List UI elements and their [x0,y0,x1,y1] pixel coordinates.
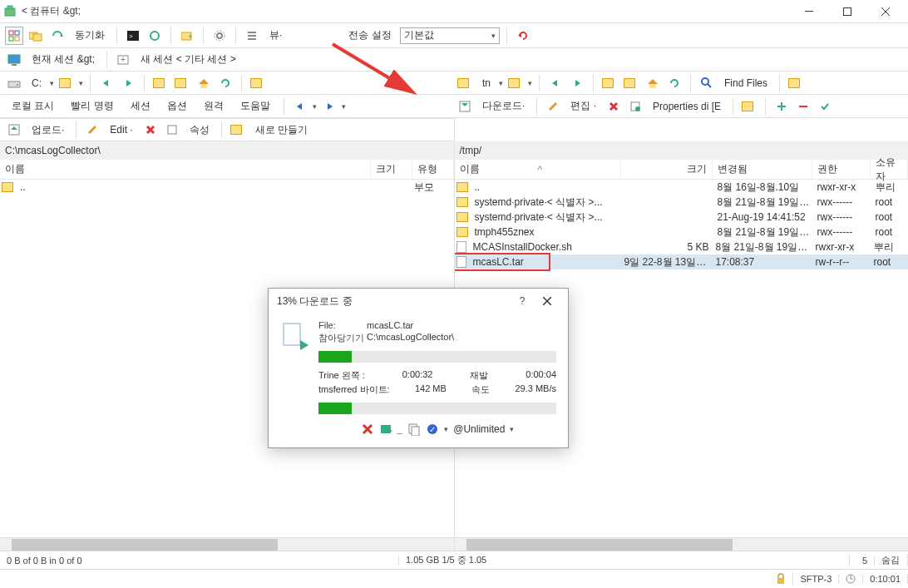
col-size[interactable]: 크기 [621,160,713,179]
find-files-label[interactable]: Find Files [724,77,767,89]
props-remote-label[interactable]: Properties di [E [653,101,721,112]
props-remote-icon[interactable] [626,97,644,116]
col-perm[interactable]: 권한 [812,160,871,179]
delete-local-icon[interactable] [141,121,160,139]
folder-plus-icon[interactable]: + [178,27,196,45]
sync2-icon[interactable] [146,27,164,45]
back-remote-icon[interactable] [546,74,565,92]
newfolder-local-icon[interactable] [229,121,247,139]
minimize-button[interactable] [790,0,828,23]
folder-icon [456,197,468,207]
folders-icon[interactable] [27,27,45,45]
open-folder-icon[interactable] [57,74,76,92]
refresh-remote-icon[interactable] [665,74,683,92]
props-local-icon[interactable] [163,121,181,139]
home-remote-icon[interactable] [644,74,662,92]
newfolder-remote-icon[interactable] [740,97,758,116]
transfer-preset-combo[interactable]: 기본값 [400,27,500,44]
list-item[interactable]: tmph455znex8월 21일-8월 19일 14:53:23rwx----… [455,225,909,240]
new-session-label[interactable]: 새 세션 < 기타 세션 > [141,52,236,67]
dialog-help-button[interactable]: ? [510,289,535,314]
menu-rename[interactable]: 빨리 명령 [64,97,120,115]
list-item[interactable]: systemd·private·< 식별자 >...8월 21일-8월 19일 … [455,195,909,210]
edit-local-label[interactable]: Edit · [110,124,132,136]
folder-new-remote-icon[interactable] [622,74,640,92]
upload-label[interactable]: 업로드· [32,123,64,137]
back-icon[interactable] [97,74,116,92]
col-size[interactable]: 크기 [371,160,412,179]
home-icon[interactable] [195,74,213,92]
menu-local-display[interactable]: 로컬 표시 [5,97,61,115]
close-button[interactable] [866,0,905,23]
folder-new-icon[interactable] [173,74,191,92]
bookmark-remote-icon[interactable] [787,74,805,92]
speed-limit-icon[interactable]: ✓ [426,422,439,436]
props-local-label[interactable]: 속성 [190,123,210,137]
maximize-button[interactable] [828,0,866,23]
remote-path-label[interactable]: tn [482,77,491,89]
current-session-tab[interactable]: 현재 세션 &gt; [32,52,95,67]
terminal-icon[interactable]: > [124,27,142,45]
list-item[interactable]: MCASInstallDocker.sh5 KB8월 21일-8월 19일 14… [455,240,909,254]
find-files-icon[interactable] [698,74,716,92]
monitor-icon[interactable] [5,51,23,69]
menu-options[interactable]: 옵션 [160,97,194,115]
dash-icon[interactable]: _ [397,423,403,435]
edit-local-icon[interactable] [83,121,101,139]
plus-icon[interactable] [772,97,791,116]
col-changed[interactable]: 변경됨 [713,160,812,179]
delete-icon[interactable] [605,97,623,116]
refresh-left-icon[interactable] [216,74,234,92]
list-item[interactable]: .. 부모 [0,180,454,195]
reload-icon[interactable] [514,27,532,45]
new-session-icon[interactable]: + [114,51,132,69]
download-icon[interactable] [456,97,474,116]
folder-up-remote-icon[interactable] [600,74,619,92]
nav-fwd-icon[interactable] [320,97,338,116]
grid-icon[interactable] [5,27,23,45]
item-name: .. [471,181,623,193]
folder-icon [456,212,468,222]
download-label[interactable]: 다운로드· [482,99,525,113]
menu-session[interactable]: 세션 [124,97,157,115]
forward-icon[interactable] [119,74,137,92]
col-owner[interactable]: 소유자 [871,160,909,179]
minus-icon[interactable] [794,97,812,116]
menu-remote[interactable]: 원격 [197,97,230,115]
col-name[interactable]: 이름 [0,160,371,179]
unlimited-label[interactable]: @Unlimited [453,423,505,435]
gear-icon[interactable] [210,27,229,45]
menu-help[interactable]: 도움말 [234,97,277,115]
bookmark-left-icon[interactable] [249,74,267,92]
remote-folder-icon[interactable] [456,74,474,92]
copy-icon[interactable] [407,422,421,436]
minimize-transfer-icon[interactable] [379,422,392,436]
drive-icon[interactable] [5,74,23,92]
remote-scrollbar[interactable] [455,537,909,551]
list-item[interactable]: mcasLC.tar9일 22-8월 13일,4…17:08:37rw-r--r… [455,254,909,269]
col-type[interactable]: 유형 [412,160,454,179]
list-item[interactable]: ..8월 16일-8월.10일rwxr-xr-x뿌리 [455,180,909,195]
view-label[interactable]: 뷰· [269,28,282,42]
col-name[interactable]: 이름^ [455,160,621,179]
open-remote-icon[interactable] [506,74,525,92]
list-item[interactable]: systemd·private·< 식별자 >...21-Aug-19 14:4… [455,210,909,225]
check-icon[interactable] [816,97,834,116]
folder-up-icon[interactable] [151,74,170,92]
newfolder-local-label[interactable]: 새로 만들기 [255,123,308,137]
sync-icon[interactable] [48,27,67,45]
edit-remote-icon[interactable] [544,97,562,116]
local-scrollbar[interactable] [0,537,454,551]
cancel-transfer-icon[interactable] [361,422,374,436]
connection-bar: SFTP-3 0:10:01 [0,569,908,587]
dialog-close-button[interactable] [535,289,560,314]
forward-remote-icon[interactable] [568,74,586,92]
upload-icon[interactable] [5,121,23,139]
nav-back-icon[interactable] [291,97,309,116]
edit-remote-label[interactable]: 편집 · [570,99,596,113]
svg-line-39 [708,84,711,87]
drive-label[interactable]: C: [32,77,42,89]
queue-icon[interactable] [243,27,261,45]
sync-label[interactable]: 동기화 [75,28,105,42]
transfer-settings-label: 전송 설정 [348,28,391,42]
